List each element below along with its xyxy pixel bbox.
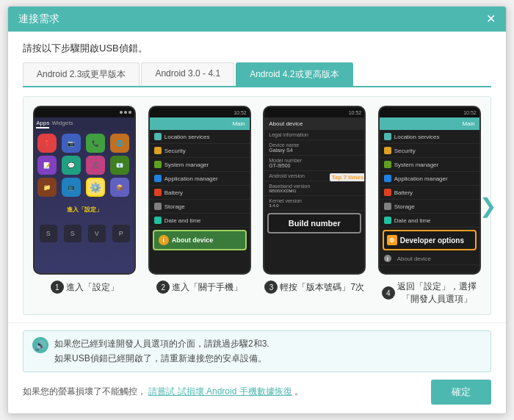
footer-suffix: 。 <box>294 386 303 397</box>
tab-android-30[interactable]: Android 3.0 - 4.1 <box>141 62 234 86</box>
notice-text: 如果您已經到達開發人員選項的介面，請跳過步驟2和3. 如果USB偵錯已經開啟了，… <box>54 337 269 365</box>
footer-prefix: 如果您的螢幕損壞了不能觸控， <box>23 386 146 397</box>
step-3: 10:52 About device Legal information Dev… <box>259 106 370 294</box>
step-4-number: 4 <box>382 286 395 300</box>
step-3-caption: 3 輕按「版本號碼」7次 <box>264 280 364 294</box>
menu-list-4: Location services Security System manage… <box>380 130 479 228</box>
menu-list-2: Location services Security System manage… <box>150 130 250 228</box>
phone-screen-3: 10:52 About device Legal information Dev… <box>263 106 366 275</box>
tab-bar: Android 2.3或更早版本 Android 3.0 - 4.1 Andro… <box>23 62 491 87</box>
steps-container: Apps Widgets 📍 📷 📞 🌐 📝 💬 🎵 📧 <box>23 96 491 315</box>
notice-box: 🔊 如果您已經到達開發人員選項的介面，請跳過步驟2和3. 如果USB偵錯已經開啟… <box>23 330 491 372</box>
step-2-label: 進入「關于手機」 <box>172 281 242 294</box>
instruction-text: 請按以下步驟開啟USB偵錯。 <box>23 42 491 55</box>
screen2-header: Main <box>150 117 250 130</box>
step-3-label: 輕按「版本號碼」7次 <box>280 281 364 294</box>
footer-row: 如果您的螢幕損壞了不能觸控， 請嘗試 試損壞 Android 手機數據恢復 。 … <box>23 380 491 405</box>
notice-icon: 🔊 <box>32 337 48 353</box>
dialog-title: 連接需求 <box>18 12 59 26</box>
step-1-caption: 1 進入「設定」 <box>51 280 119 294</box>
notice-line1: 如果您已經到達開發人員選項的介面，請跳過步驟2和3. <box>54 337 269 351</box>
tap-label: Tap 7 times <box>330 173 366 181</box>
step-4: 10:52 Main Location services Security Sy… <box>374 106 485 305</box>
step-2: 10:52 Main Location services Security Sy… <box>145 106 256 294</box>
phone-screen-2: 10:52 Main Location services Security Sy… <box>148 106 251 275</box>
step-2-number: 2 <box>156 280 170 294</box>
step-1: Apps Widgets 📍 📷 📞 🌐 📝 💬 🎵 📧 <box>29 106 140 294</box>
nav-arrow[interactable]: ❯ <box>479 194 496 218</box>
main-dialog: 連接需求 ✕ 請按以下步驟開啟USB偵錯。 Android 2.3或更早版本 A… <box>7 6 507 413</box>
footer-link[interactable]: 請嘗試 試損壞 Android 手機數據恢復 <box>148 386 292 397</box>
developer-options-box: ⚙ Developer options <box>383 230 477 250</box>
about-device-highlight: i About device <box>153 230 247 250</box>
developer-icon: ⚙ <box>387 235 397 245</box>
close-button[interactable]: ✕ <box>486 13 496 25</box>
developer-options-text: Developer options <box>400 236 464 245</box>
notice-line2: 如果USB偵錯已經開啟了，請重新連接您的安卓設備。 <box>54 352 269 366</box>
build-number-box: Build number <box>267 213 361 233</box>
steps-row: Apps Widgets 📍 📷 📞 🌐 📝 💬 🎵 📧 <box>29 106 485 305</box>
step-1-label: 進入「設定」 <box>66 281 119 294</box>
dialog-footer: 🔊 如果您已經到達開發人員選項的介面，請跳過步驟2和3. 如果USB偵錯已經開啟… <box>8 322 506 413</box>
tab-android-42[interactable]: Android 4.2或更高版本 <box>236 62 352 86</box>
about-header: About device <box>264 117 364 130</box>
phone-screen-4: 10:52 Main Location services Security Sy… <box>378 106 481 275</box>
step-1-number: 1 <box>51 280 64 294</box>
dialog-header: 連接需求 ✕ <box>8 7 506 32</box>
info-icon: i <box>159 235 169 245</box>
dialog-body: 請按以下步驟開啟USB偵錯。 Android 2.3或更早版本 Android … <box>8 32 506 322</box>
screen4-header: Main <box>380 117 479 130</box>
step-4-caption: 4 返回「設定」，選擇「開發人員選項」 <box>382 280 477 305</box>
footer-link-text: 如果您的螢幕損壞了不能觸控， 請嘗試 試損壞 Android 手機數據恢復 。 <box>23 385 303 398</box>
phone-screen-1: Apps Widgets 📍 📷 📞 🌐 📝 💬 🎵 📧 <box>33 106 136 275</box>
step-2-caption: 2 進入「關于手機」 <box>156 280 242 294</box>
step-4-label: 返回「設定」，選擇「開發人員選項」 <box>397 280 477 305</box>
step-3-number: 3 <box>264 280 278 294</box>
settings-label-text: 進入「設定」 <box>67 206 102 213</box>
confirm-button[interactable]: 確定 <box>431 380 491 405</box>
tab-android-23[interactable]: Android 2.3或更早版本 <box>23 62 140 86</box>
